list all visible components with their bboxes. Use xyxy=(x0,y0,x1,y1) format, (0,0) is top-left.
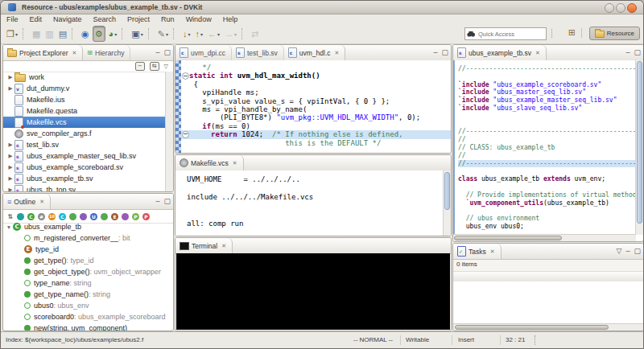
tab-uvm_hdl.c[interactable]: cuvm_hdl.c✕ xyxy=(284,45,346,60)
maximize-view-icon[interactable]: ▢ xyxy=(441,47,448,58)
filter-p-icon[interactable]: P xyxy=(132,213,139,220)
next-annotation-icon[interactable]: ↓▾ xyxy=(181,27,192,41)
fold-marker-icon[interactable] xyxy=(182,72,189,80)
dropdown-arrow-icon[interactable]: ▾ xyxy=(114,31,117,37)
minimize-view-icon[interactable]: ‒ xyxy=(625,245,630,257)
expand-arrow-icon[interactable]: ▶ xyxy=(6,74,14,80)
new-wizard-icon[interactable]: ❐▾ xyxy=(5,27,19,41)
back-history-icon[interactable]: ←▾ xyxy=(206,27,221,41)
tab-outline[interactable]: ≡ Outline ✕ xyxy=(3,194,51,209)
minimize-view-icon[interactable]: ‒ xyxy=(433,47,437,58)
outline-item-type_id[interactable]: Etype_id xyxy=(3,244,173,255)
menu-help[interactable]: Help xyxy=(217,14,244,24)
dropdown-arrow-icon[interactable]: ▾ xyxy=(217,31,220,37)
tree-item-ubus_example_master_seq_lib.sv[interactable]: ▶subus_example_master_seq_lib.sv xyxy=(3,150,166,162)
open-perspective-icon[interactable]: ⊞ xyxy=(568,27,576,38)
tree-item-ubus_example_tb.sv[interactable]: ▶subus_example_tb.sv xyxy=(3,173,166,184)
maximize-window-button[interactable] xyxy=(616,3,625,13)
outline-item-get_object_type[interactable]: get_object_type(): uvm_object_wrapper xyxy=(3,266,173,277)
close-window-button[interactable] xyxy=(627,3,637,13)
dropdown-arrow-icon[interactable]: ▾ xyxy=(15,31,18,37)
view-menu-icon[interactable]: ▽ xyxy=(617,245,622,257)
editor-horizontal-scrollbar[interactable] xyxy=(453,234,636,241)
tree-item-Makefile.vcs[interactable]: Makefile.vcs xyxy=(3,117,166,128)
project-explorer-scrollbar[interactable] xyxy=(165,72,173,191)
filter-ten-icon[interactable]: 10 xyxy=(48,213,56,220)
quick-access-input[interactable] xyxy=(477,30,543,39)
menu-edit[interactable]: Edit xyxy=(24,14,48,24)
dropdown-arrow-icon[interactable]: ▾ xyxy=(188,31,190,37)
tree-item-dut_dummy.v[interactable]: ▶vdut_dummy.v xyxy=(3,83,166,94)
filter-green-icon[interactable] xyxy=(69,213,76,220)
filter-u-icon[interactable]: U xyxy=(90,213,97,220)
print-icon[interactable]: ▤ xyxy=(57,27,68,41)
tab-uvm_dpi.cc[interactable]: cuvm_dpi.cc xyxy=(175,45,232,60)
outline-item-new[interactable]: new(string, uvm_component) xyxy=(3,322,173,331)
makefile-scrollbar[interactable] xyxy=(443,170,451,236)
tree-item-ubus_tb_top.sv[interactable]: ▶subus_tb_top.sv xyxy=(3,184,166,191)
expand-arrow-icon[interactable]: ▶ xyxy=(6,142,14,148)
dropdown-arrow-icon[interactable]: ▾ xyxy=(234,31,237,37)
wand-icon[interactable]: ✎▾ xyxy=(156,27,170,41)
maximize-view-icon[interactable]: ▢ xyxy=(634,47,641,58)
expand-arrow-icon[interactable]: ▶ xyxy=(6,85,14,92)
title-bar[interactable]: Resource - ubus/examples/ubus_example_tb… xyxy=(1,1,643,14)
tree-item-test_lib.sv[interactable]: ▶stest_lib.sv xyxy=(3,139,166,150)
close-icon[interactable]: ✕ xyxy=(490,248,495,255)
collapse-all-icon[interactable]: − xyxy=(135,62,145,71)
dropdown-arrow-icon[interactable]: ▾ xyxy=(141,31,143,37)
quick-access-box[interactable] xyxy=(464,27,547,40)
tab-ubus-example-tb[interactable]: s ubus_example_tb.sv ✕ xyxy=(453,45,547,60)
menu-search[interactable]: Search xyxy=(88,14,122,24)
menu-window[interactable]: Window xyxy=(180,14,217,24)
run-checks-icon[interactable]: ◕▾ xyxy=(107,27,119,41)
close-icon[interactable]: ✕ xyxy=(535,50,540,56)
expand-arrow-icon[interactable]: ▼ xyxy=(5,224,13,230)
expand-arrow-icon[interactable]: ▶ xyxy=(6,175,14,182)
tasks-horizontal-scrollbar[interactable] xyxy=(453,323,643,331)
menu-navigate[interactable]: Navigate xyxy=(47,14,88,24)
outline-item-ubus0[interactable]: ubus0 : ubus_env xyxy=(3,300,173,311)
close-icon[interactable]: ✕ xyxy=(335,50,340,56)
tab-project-explorer[interactable]: Project Explorer ✕ xyxy=(3,45,83,60)
filter-class-icon[interactable]: C xyxy=(27,213,35,220)
menu-run[interactable]: Run xyxy=(155,14,180,24)
filter-violet-icon[interactable] xyxy=(122,213,129,220)
open-element-icon[interactable]: ◉ xyxy=(80,27,91,41)
tree-item-work[interactable]: ▶work xyxy=(3,72,166,83)
terminal-console[interactable] xyxy=(176,253,450,330)
minimize-view-icon[interactable]: ‒ xyxy=(155,195,159,207)
filter-cyan-icon[interactable]: C xyxy=(59,213,66,220)
outline-item-m_registered_converter__[interactable]: m_registered_converter__ : bit xyxy=(3,232,173,244)
filter-green2-icon[interactable] xyxy=(101,213,108,220)
expand-arrow-icon[interactable]: ▶ xyxy=(6,153,14,159)
filter-e-icon[interactable]: E xyxy=(111,213,118,220)
tree-item-sve_compiler_args.f[interactable]: sve_compiler_args.f xyxy=(3,128,166,139)
outline-item-get_type_name[interactable]: get_type_name(): string xyxy=(3,289,173,300)
close-icon[interactable]: ✕ xyxy=(72,50,76,56)
tab-tasks[interactable]: ✓ Tasks ✕ xyxy=(453,244,502,259)
code-area[interactable]: UVM_HOME = ../../../.. include ../../../… xyxy=(175,170,451,236)
minimize-view-icon[interactable]: ‒ xyxy=(155,47,159,58)
outline-item-get_type[interactable]: get_type(): type_id xyxy=(3,255,173,266)
filter-teal-icon[interactable] xyxy=(17,213,24,220)
perspective-resource-button[interactable]: Resource xyxy=(589,27,640,40)
filter-red-icon[interactable]: P xyxy=(142,213,150,220)
editor-vertical-scrollbar[interactable] xyxy=(635,60,643,235)
tab-test_lib.sv[interactable]: stest_lib.sv xyxy=(232,45,284,60)
outline-item-ubus_example_tb[interactable]: ▼Cubus_example_tb xyxy=(3,221,173,232)
code-area[interactable]: */static int uvm_hdl_max_width() { vpiHa… xyxy=(175,60,451,153)
dropdown-arrow-icon[interactable]: ▾ xyxy=(200,31,203,37)
expand-arrow-icon[interactable]: ▶ xyxy=(6,187,14,191)
minimize-view-icon[interactable]: ‒ xyxy=(625,47,630,58)
build-toggle-icon[interactable]: ⚙ xyxy=(93,26,105,42)
maximize-view-icon[interactable]: ▢ xyxy=(163,47,171,58)
tree-item-Makefile.questa[interactable]: Makefile.questa xyxy=(3,105,166,117)
filter-define-icon[interactable]: # xyxy=(38,213,45,220)
view-menu-icon[interactable]: ▽ xyxy=(164,64,168,70)
prev-annotation-icon[interactable]: ↑▾ xyxy=(193,27,204,41)
tab-makefile-vcs[interactable]: Makefile.vcs ✕ xyxy=(175,155,244,170)
filter-purple-icon[interactable] xyxy=(80,213,87,220)
tree-item-ubus_example_scoreboard.sv[interactable]: ▶subus_example_scoreboard.sv xyxy=(3,162,166,173)
expand-arrow-icon[interactable]: ▶ xyxy=(6,164,14,170)
